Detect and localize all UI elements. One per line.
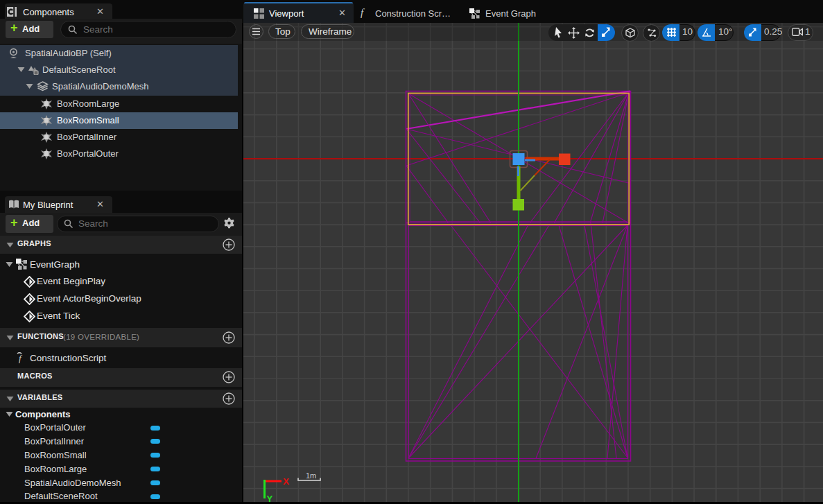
svg-text:X: X <box>283 476 289 487</box>
svg-text:1m: 1m <box>306 471 316 480</box>
svg-text:f: f <box>19 353 23 363</box>
